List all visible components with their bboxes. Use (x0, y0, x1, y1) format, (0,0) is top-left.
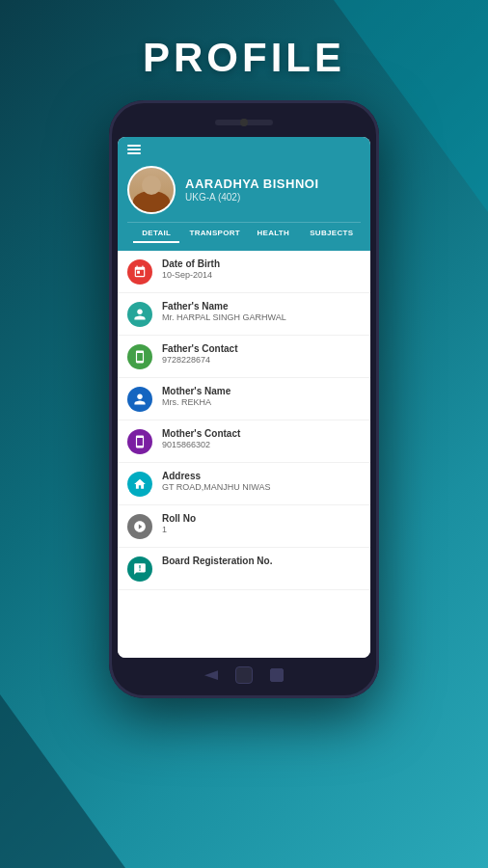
hamburger-menu-button[interactable] (127, 145, 141, 154)
list-item: Date of Birth 10-Sep-2014 (118, 251, 370, 293)
phone-father-icon (127, 344, 152, 369)
phone-mother-icon (127, 429, 152, 454)
board-content: Board Registeration No. (162, 556, 361, 567)
list-item: Mother's Name Mrs. REKHA (118, 378, 370, 420)
avatar-image (129, 168, 174, 212)
mother-contact-content: Mother's Contact 9015866302 (162, 428, 361, 449)
phone-bottom-nav (204, 664, 284, 687)
mother-contact-label: Mother's Contact (162, 428, 361, 439)
roll-content: Roll No 1 (162, 513, 361, 534)
app-header: AARADHYA BISHNOI UKG-A (402) DETAIL TRAN… (118, 137, 370, 251)
person-father-icon (127, 302, 152, 327)
list-item: Board Registeration No. (118, 548, 370, 590)
list-item: Mother's Contact 9015866302 (118, 420, 370, 463)
phone-frame: AARADHYA BISHNOI UKG-A (402) DETAIL TRAN… (109, 100, 379, 698)
student-name: AARADHYA BISHNOI (185, 176, 319, 191)
father-contact-value: 9728228674 (162, 355, 361, 365)
father-name-label: Father's Name (162, 301, 361, 312)
board-label: Board Registeration No. (162, 556, 361, 566)
recent-apps-button[interactable] (270, 668, 284, 682)
tab-detail[interactable]: DETAIL (127, 223, 186, 243)
phone-top-bar (117, 112, 371, 133)
page-title: PROFILE (143, 35, 345, 81)
phone-camera (240, 119, 248, 126)
list-item: Address GT ROAD,MANJHU NIWAS (118, 463, 370, 505)
roll-value: 1 (162, 525, 361, 534)
profile-section: AARADHYA BISHNOI UKG-A (402) (127, 162, 361, 222)
tab-subjects[interactable]: SUBJECTS (303, 223, 362, 243)
phone-screen: AARADHYA BISHNOI UKG-A (402) DETAIL TRAN… (118, 137, 370, 659)
mother-name-value: Mrs. REKHA (162, 397, 361, 407)
student-info: AARADHYA BISHNOI UKG-A (402) (185, 176, 319, 203)
tab-transport[interactable]: TRANSPORT (186, 223, 245, 243)
dob-content: Date of Birth 10-Sep-2014 (162, 258, 361, 280)
mother-name-content: Mother's Name Mrs. REKHA (162, 386, 361, 407)
address-content: Address GT ROAD,MANJHU NIWAS (162, 471, 361, 492)
father-name-content: Father's Name Mr. HARPAL SINGH GARHWAL (162, 301, 361, 322)
avatar (127, 166, 176, 214)
home-button[interactable] (235, 666, 253, 684)
roll-label: Roll No (162, 513, 361, 524)
dob-label: Date of Birth (162, 258, 361, 269)
roll-icon (127, 514, 152, 539)
address-value: GT ROAD,MANJHU NIWAS (162, 482, 361, 492)
address-label: Address (162, 471, 361, 481)
father-contact-label: Father's Contact (162, 343, 361, 354)
list-item: Father's Contact 9728228674 (118, 336, 370, 378)
dob-value: 10-Sep-2014 (162, 270, 361, 280)
tab-health[interactable]: HEALTH (244, 223, 303, 243)
nav-tabs: DETAIL TRANSPORT HEALTH SUBJECTS (127, 222, 361, 243)
calendar-icon (127, 259, 152, 285)
header-top (127, 145, 361, 154)
mother-name-label: Mother's Name (162, 386, 361, 396)
list-item: Father's Name Mr. HARPAL SINGH GARHWAL (118, 293, 370, 336)
person-mother-icon (127, 387, 152, 412)
list-item: Roll No 1 (118, 505, 370, 548)
back-button[interactable] (204, 668, 218, 682)
mother-contact-value: 9015866302 (162, 440, 361, 449)
father-name-value: Mr. HARPAL SINGH GARHWAL (162, 312, 361, 322)
board-icon (127, 556, 152, 582)
student-class: UKG-A (402) (185, 192, 319, 203)
father-contact-content: Father's Contact 9728228674 (162, 343, 361, 365)
home-icon (127, 472, 152, 497)
detail-list: Date of Birth 10-Sep-2014 Father's Name … (118, 251, 370, 659)
